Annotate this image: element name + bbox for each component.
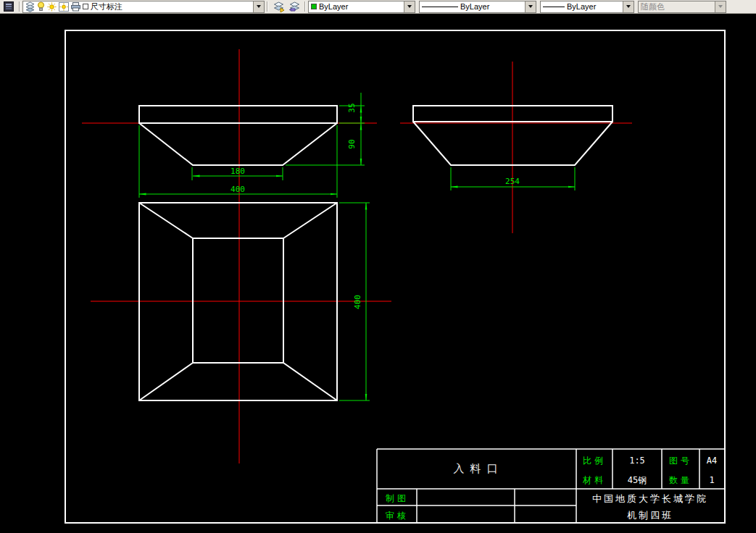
current-color-swatch [311, 4, 317, 9]
toolbar-separator [19, 1, 20, 12]
drafter-label[interactable]: 制图 [386, 493, 409, 503]
quantity-label[interactable]: 数量 [669, 475, 692, 485]
color-combo-field: ByLayer [309, 1, 404, 12]
chevron-down-icon [407, 5, 412, 8]
class-name-text[interactable]: 机制四班 [627, 510, 673, 521]
layers-properties-toolbar: 尺寸标注 B [0, 0, 756, 14]
cad-drawing: 180 400 35 90 254 400 入料口 比例 1:5 图号 A4 材… [0, 14, 756, 533]
lineweight-combo-arrow-button[interactable] [623, 1, 634, 12]
quantity-value[interactable]: 1 [709, 475, 714, 485]
chevron-down-icon [718, 5, 723, 8]
layer-combo-arrow-button[interactable] [253, 1, 264, 12]
chevron-down-icon [626, 5, 631, 8]
layer-properties-manager-button[interactable] [1, 1, 17, 13]
dim-text-90[interactable]: 90 [347, 139, 357, 148]
color-select-combo[interactable]: ByLayer [308, 1, 415, 13]
dim-text-254[interactable]: 254 [505, 177, 520, 186]
plot-style-combo-field: 随颜色 [639, 1, 715, 12]
layer-thaw-sun-icon [47, 2, 57, 12]
drawing-no-label[interactable]: 图号 [669, 456, 692, 466]
layer-on-bulb-icon [37, 1, 45, 12]
scale-value[interactable]: 1:5 [629, 456, 645, 466]
lineweight-sample-line [543, 7, 565, 7]
layer-name-text: 尺寸标注 [91, 1, 122, 12]
plot-style-combo-arrow-button [715, 1, 726, 12]
scale-label[interactable]: 比例 [583, 456, 606, 466]
school-name-text[interactable]: 中国地质大学长城学院 [592, 493, 708, 504]
checker-label[interactable]: 审核 [386, 511, 409, 521]
linetype-sample-line [422, 7, 458, 7]
dim-text-180[interactable]: 180 [230, 167, 245, 176]
linetype-combo-field: ByLayer [420, 1, 525, 12]
layer-color-swatch [83, 4, 88, 9]
layer-plot-printer-icon [71, 2, 80, 12]
plot-style-select-combo: 随颜色 [638, 1, 726, 13]
material-value[interactable]: 45钢 [628, 475, 647, 485]
front-view-outline[interactable] [139, 106, 337, 165]
material-label[interactable]: 材料 [582, 475, 606, 485]
toolbar-separator [267, 1, 268, 12]
color-value-text: ByLayer [319, 1, 348, 12]
linetype-combo-arrow-button[interactable] [525, 1, 536, 12]
layer-stack-icon [25, 1, 35, 12]
lineweight-select-combo[interactable]: ByLayer [540, 1, 634, 13]
layer-combo-field: 尺寸标注 [23, 1, 253, 12]
layer-previous-button[interactable] [286, 1, 302, 13]
plot-style-value-text: 随颜色 [641, 1, 665, 12]
linetype-select-combo[interactable]: ByLayer [419, 1, 536, 13]
color-combo-arrow-button[interactable] [404, 1, 415, 12]
dimension-extension-lines[interactable] [139, 93, 575, 400]
layer-select-combo[interactable]: 尺寸标注 [22, 1, 265, 13]
front-view-centerlines[interactable] [82, 49, 377, 463]
layers-dialog-icon [4, 1, 14, 12]
chevron-down-icon [257, 5, 261, 8]
toolbar-separator [304, 1, 306, 12]
make-object-layer-current-button[interactable] [270, 1, 286, 13]
drawing-canvas[interactable]: 180 400 35 90 254 400 入料口 比例 1:5 图号 A4 材… [0, 14, 756, 533]
chevron-down-icon [528, 5, 533, 8]
part-name-text[interactable]: 入料口 [454, 462, 504, 475]
lineweight-value-text: ByLayer [567, 1, 596, 12]
dim-text-400-height[interactable]: 400 [353, 295, 362, 309]
cad-application-window: 尺寸标注 B [0, 0, 756, 533]
layer-vp-freeze-icon [59, 2, 69, 12]
dim-text-400-width[interactable]: 400 [230, 185, 245, 194]
linetype-value-text: ByLayer [460, 1, 489, 12]
layer-previous-icon [289, 1, 300, 12]
drawing-no-value[interactable]: A4 [707, 456, 717, 466]
lineweight-combo-field: ByLayer [541, 1, 623, 12]
dim-text-35[interactable]: 35 [347, 103, 357, 112]
make-layer-current-icon [273, 1, 284, 12]
